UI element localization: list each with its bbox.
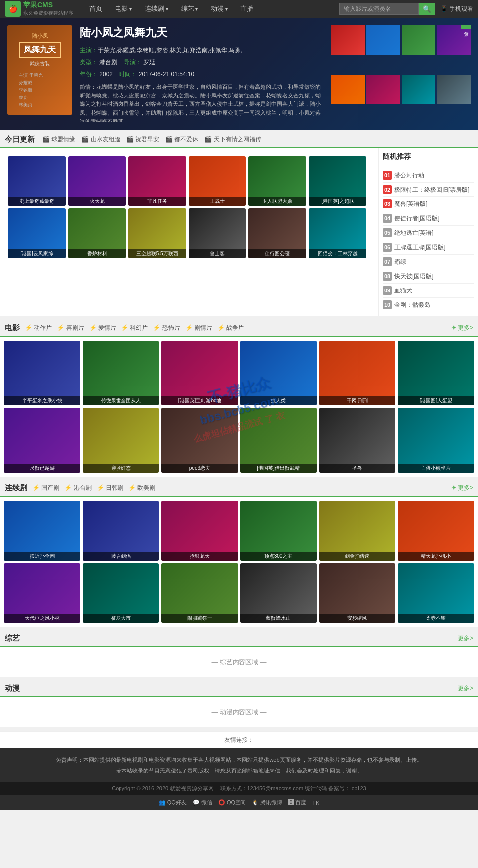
cat-drama[interactable]: ⚡ 剧情片 bbox=[185, 324, 212, 332]
drama-2[interactable]: 藤吾剑侣 bbox=[83, 501, 159, 561]
drama-6[interactable]: 精天龙扑机小 bbox=[398, 501, 474, 561]
hero-thumb-7[interactable] bbox=[402, 75, 436, 104]
drama-cat-domestic[interactable]: ⚡ 国产剧 bbox=[32, 484, 59, 492]
search-button[interactable]: 🔍 bbox=[419, 3, 435, 15]
random-item-10[interactable]: 10 金刚：骷髅岛 bbox=[383, 298, 474, 312]
drama-5[interactable]: 剑金打结速 bbox=[319, 501, 395, 561]
movie-11[interactable]: 圣兽 bbox=[319, 408, 395, 473]
nav-live[interactable]: 直播 bbox=[235, 1, 259, 16]
drama-4[interactable]: 顶点300之主 bbox=[240, 501, 317, 561]
drama-7[interactable]: 天代框之凤小林 bbox=[4, 563, 80, 623]
drama-cat-kr[interactable]: ⚡ 日韩剧 bbox=[97, 484, 123, 492]
hero-thumb-6[interactable] bbox=[366, 75, 400, 104]
today-movie-6[interactable]: [港国英]之超联 bbox=[309, 156, 366, 206]
cat-war[interactable]: ⚡ 战争片 bbox=[217, 324, 244, 332]
cat-comedy[interactable]: ⚡ 喜剧片 bbox=[57, 324, 84, 332]
social-fk[interactable]: FK bbox=[312, 800, 319, 806]
mobile-view-link[interactable]: 📱 手机观看 bbox=[440, 5, 473, 13]
social-qq-friend[interactable]: 👥 QQ好友 bbox=[159, 799, 187, 806]
today-movie-12[interactable]: 回猫变：工林穿越 bbox=[309, 208, 366, 258]
drama-12[interactable]: 柔赤不望 bbox=[398, 563, 474, 623]
drama-3[interactable]: 抢银龙天 bbox=[161, 501, 238, 561]
drama-more-link[interactable]: ✈ 更多> bbox=[451, 484, 473, 492]
drama-1[interactable]: 摆近扑全潮 bbox=[4, 501, 80, 561]
hero-thumb-8[interactable] bbox=[437, 75, 471, 104]
hero-thumb-4[interactable] bbox=[437, 25, 471, 55]
nav-home[interactable]: 首页 bbox=[83, 1, 108, 16]
today-movie-10[interactable]: 兽士客 bbox=[189, 208, 246, 258]
cat-romance[interactable]: ⚡ 爱情片 bbox=[89, 324, 116, 332]
director-label: 导演： bbox=[124, 59, 142, 66]
random-item-5[interactable]: 05 绝地逃亡[英语] bbox=[383, 226, 474, 240]
today-link-4[interactable]: 🎬 都不爱休 bbox=[165, 135, 198, 144]
drama-cat-hk[interactable]: ⚡ 港台剧 bbox=[64, 484, 91, 492]
movie-6[interactable]: [港国图]人蛋盟 bbox=[398, 341, 474, 405]
random-item-3[interactable]: 03 魔兽[英语版] bbox=[383, 197, 474, 211]
drama-9[interactable]: 闹腺蹦祭一 bbox=[161, 563, 238, 623]
random-item-8[interactable]: 08 快天被[国语版] bbox=[383, 269, 474, 284]
movie-10[interactable]: [港国英]借出蟹武精 bbox=[240, 408, 317, 473]
random-item-9[interactable]: 09 血猫犬 bbox=[383, 284, 474, 298]
today-movie-3[interactable]: 非凡任务 bbox=[128, 156, 186, 206]
search-input[interactable] bbox=[339, 3, 419, 15]
social-qq-space[interactable]: ⭕ QQ空间 bbox=[218, 799, 246, 806]
hero-thumb-3[interactable] bbox=[402, 25, 436, 55]
random-item-1[interactable]: 01 潜公河行动 bbox=[383, 168, 474, 183]
today-movie-1[interactable]: 史上最奇葛最奇 bbox=[8, 156, 66, 206]
today-link-5[interactable]: 🎬 天下有情之网福传 bbox=[204, 135, 261, 144]
today-movie-8[interactable]: 香炉材料 bbox=[68, 208, 126, 258]
logo-text-block: 苹果CMS 永久免费影视建站程序 bbox=[23, 1, 73, 17]
nav-variety[interactable]: 综艺 bbox=[175, 1, 204, 16]
movie-4[interactable]: 虫人类 bbox=[240, 341, 317, 405]
variety-more-link[interactable]: 更多> bbox=[458, 634, 473, 643]
movie-12[interactable]: 亡蛋小额坐片 bbox=[398, 408, 474, 473]
social-baidu[interactable]: 🅱 百度 bbox=[288, 799, 306, 806]
social-tencent-weibo[interactable]: 🐧 腾讯微博 bbox=[252, 799, 282, 806]
footer-links: 友情连接： bbox=[0, 731, 478, 748]
hero-title: 陆小凤之凤舞九天 bbox=[80, 25, 324, 40]
nav-drama[interactable]: 连续剧 bbox=[139, 1, 174, 16]
hero-thumb-1[interactable] bbox=[331, 25, 365, 55]
social-wechat[interactable]: 💬 微信 bbox=[193, 799, 212, 806]
random-item-4[interactable]: 04 使徒行者[国语版] bbox=[383, 211, 474, 226]
today-link-2[interactable]: 🎬 山水友组逢 bbox=[81, 135, 120, 144]
today-movie-grid: 史上最奇葛最奇 火天龙 非凡任务 王战士 玉人联盟大勋 [港国英]之超联 [港国… bbox=[4, 152, 370, 262]
today-link-3[interactable]: 🎬 祝君早安 bbox=[126, 135, 159, 144]
random-item-7[interactable]: 07 霸综 bbox=[383, 255, 474, 269]
random-num-8: 08 bbox=[383, 272, 392, 281]
movie-5[interactable]: 千网 刑刑 bbox=[319, 341, 395, 405]
hero-thumb-2[interactable] bbox=[366, 25, 400, 55]
nav-anime[interactable]: 动漫 bbox=[205, 1, 234, 16]
drama-11[interactable]: 安步结风 bbox=[319, 563, 395, 623]
movie-9[interactable]: pee3恋夫 bbox=[161, 408, 238, 473]
movie-more-link[interactable]: ✈ 更多> bbox=[451, 324, 473, 332]
nav-movies[interactable]: 电影 bbox=[109, 1, 138, 16]
drama-cat-western[interactable]: ⚡ 欧美剧 bbox=[128, 484, 155, 492]
movie-grid: 半平蛋米之乘小快 传微果世全团从人 [港国英]宝幻游bc地 虫人类 千网 刑刑 … bbox=[0, 337, 478, 477]
movie-3[interactable]: [港国英]宝幻游bc地 bbox=[161, 341, 238, 405]
drama-10[interactable]: 蓝蟹蜂水山 bbox=[240, 563, 317, 623]
today-movie-5[interactable]: 玉人联盟大勋 bbox=[248, 156, 306, 206]
today-movie-7[interactable]: [港国]云凤家综 bbox=[8, 208, 66, 258]
random-item-6[interactable]: 06 王牌逗王牌[国语版] bbox=[383, 240, 474, 255]
cat-horror[interactable]: ⚡ 恐怖片 bbox=[153, 324, 180, 332]
today-movie-4[interactable]: 王战士 bbox=[189, 156, 246, 206]
movie-8[interactable]: 穿脸奸态 bbox=[83, 408, 159, 473]
anime-more-link[interactable]: 更多> bbox=[458, 684, 473, 693]
random-item-2[interactable]: 02 极限特工：终极回归[票房版] bbox=[383, 183, 474, 197]
hero-thumb-5[interactable] bbox=[331, 75, 365, 104]
today-movie-11[interactable]: 侦行图公寝 bbox=[248, 208, 306, 258]
movie-1[interactable]: 半平蛋米之乘小快 bbox=[4, 341, 80, 405]
today-update-links: 🎬 球盟情缘 🎬 山水友组逢 🎬 祝君早安 🎬 都不爱休 🎬 天下有情之网福传 bbox=[42, 135, 473, 144]
today-movie-9[interactable]: 三空超联5.5万联西 bbox=[128, 208, 186, 258]
movie-7[interactable]: 尺蟹已越游 bbox=[4, 408, 80, 473]
today-movie-2[interactable]: 火天龙 bbox=[68, 156, 126, 206]
share-button[interactable]: 分享 bbox=[461, 25, 471, 29]
today-link-1[interactable]: 🎬 球盟情缘 bbox=[42, 135, 75, 144]
cat-action[interactable]: ⚡ 动作片 bbox=[25, 324, 52, 332]
movie-2[interactable]: 传微果世全团从人 bbox=[83, 341, 159, 405]
disclaimer-line1: 免责声明：本网站提供的最新电视剧和电影资源均来收集于各大视频网站，本网站只提供w… bbox=[10, 754, 468, 765]
drama-8[interactable]: 征坛大市 bbox=[83, 563, 159, 623]
cat-scifi[interactable]: ⚡ 科幻片 bbox=[121, 324, 148, 332]
variety-empty: — 综艺内容区域 — bbox=[0, 647, 478, 677]
